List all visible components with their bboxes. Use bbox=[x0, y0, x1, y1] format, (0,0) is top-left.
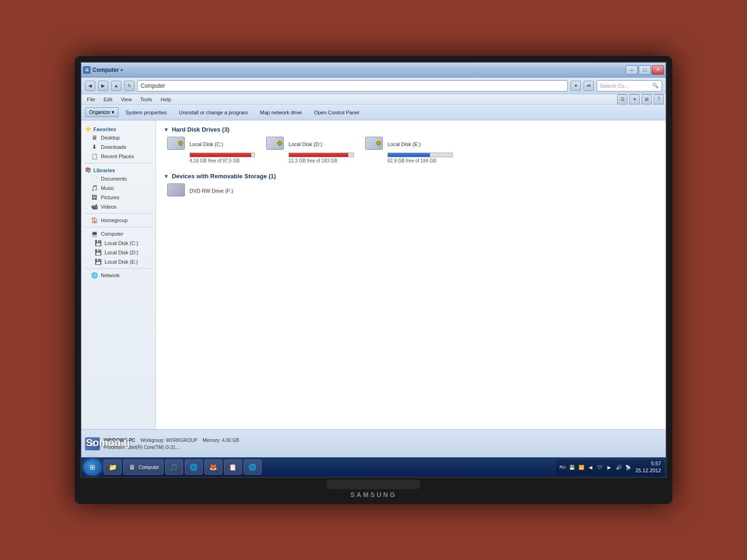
drive-c-item[interactable]: Local Disk (C:) 4,18 GB free of 97,5 GB bbox=[167, 137, 255, 163]
desktop-label: Desktop bbox=[101, 135, 120, 140]
favorites-star-icon: ⭐ bbox=[85, 126, 92, 132]
address-text: Computer bbox=[141, 83, 165, 89]
menu-file[interactable]: File bbox=[83, 96, 99, 103]
drive-e-bar bbox=[388, 153, 430, 157]
sidebar-item-music[interactable]: 🎵 Music bbox=[81, 183, 155, 193]
sidebar-divider-2 bbox=[85, 213, 152, 214]
drive-e-item[interactable]: Local Disk (E:) 62,9 GB free of 184 GB bbox=[365, 137, 453, 163]
drive-d-name: Local Disk (D:) bbox=[289, 141, 322, 147]
clock-time: 5:57 bbox=[635, 460, 661, 467]
sidebar-item-documents[interactable]: 📄 Documents bbox=[81, 174, 155, 183]
tray-arrow-left-icon: ◀ bbox=[587, 463, 594, 471]
menu-help[interactable]: Help bbox=[157, 96, 175, 103]
uninstall-button[interactable]: Uninstall or change a program bbox=[174, 108, 253, 117]
dvd-drive-item[interactable]: DVD RW Drive (F:) bbox=[167, 183, 237, 198]
taskbar-explorer-button[interactable]: 📁 bbox=[104, 460, 121, 475]
system-properties-button[interactable]: System properties bbox=[120, 108, 172, 117]
content-panel: ▼ Hard Disk Drives (3) Local Disk (C:) bbox=[156, 120, 666, 429]
window-title: Computer bbox=[92, 67, 119, 73]
sidebar-item-pictures[interactable]: 🖼 Pictures bbox=[81, 193, 155, 202]
documents-label: Documents bbox=[101, 176, 127, 182]
search-box[interactable]: Search Co... 🔍 bbox=[597, 80, 662, 91]
drive-d-item[interactable]: Local Disk (D:) 12,3 GB free of 183 GB bbox=[266, 137, 354, 163]
hard-disk-arrow[interactable]: ▼ bbox=[163, 126, 169, 133]
drive-c-info: 4,18 GB free of 97,5 GB bbox=[190, 158, 240, 163]
map-drive-button[interactable]: Map network drive bbox=[255, 108, 307, 117]
sidebar-item-network[interactable]: 🌐 Network bbox=[81, 271, 155, 280]
disk-e-icon: 💾 bbox=[94, 258, 102, 266]
open-control-panel-button[interactable]: Open Control Panel bbox=[309, 108, 365, 117]
maximize-button[interactable]: □ bbox=[639, 65, 651, 75]
start-button[interactable]: ⊞ bbox=[83, 459, 102, 476]
drive-d-bar-container bbox=[289, 153, 354, 157]
tray-shield-icon: 🛡 bbox=[596, 463, 604, 471]
sidebar-divider-4 bbox=[85, 268, 152, 269]
libraries-header[interactable]: 📚 Libraries bbox=[81, 165, 155, 174]
clock-date: 25.12.2012 bbox=[635, 467, 661, 474]
taskbar-firefox-btn[interactable]: 🦊 bbox=[204, 460, 222, 475]
drive-d-info: 12,3 GB free of 183 GB bbox=[289, 158, 338, 163]
back-button[interactable]: ◀ bbox=[85, 81, 95, 91]
hard-disk-section-header: ▼ Hard Disk Drives (3) bbox=[163, 126, 658, 133]
sidebar-item-computer[interactable]: 💻 Computer bbox=[81, 229, 155, 238]
sidebar-item-local-e[interactable]: 💾 Local Disk (E:) bbox=[81, 257, 155, 266]
view-options-icon[interactable]: ▾ bbox=[629, 94, 640, 105]
favorites-header[interactable]: ⭐ Favorites bbox=[81, 124, 155, 133]
search-icon[interactable]: 🔍 bbox=[652, 83, 659, 89]
drive-e-name: Local Disk (E:) bbox=[388, 141, 421, 147]
taskbar-folder-icon: 📁 bbox=[108, 462, 117, 472]
sidebar-item-recent[interactable]: 📋 Recent Places bbox=[81, 152, 155, 161]
sidebar-item-local-d[interactable]: 💾 Local Disk (D:) bbox=[81, 248, 155, 257]
sidebar-item-videos[interactable]: 📹 Videos bbox=[81, 202, 155, 211]
removable-title: Devices with Removable Storage (1) bbox=[172, 173, 276, 180]
panels-icon[interactable]: ⊞ bbox=[641, 94, 652, 105]
sidebar-item-desktop[interactable]: 🖥 Desktop bbox=[81, 133, 155, 142]
nav-extra[interactable]: ⇄ bbox=[584, 81, 594, 91]
minimize-button[interactable]: ─ bbox=[626, 65, 638, 75]
sidebar-item-downloads[interactable]: ⬇ Downloads bbox=[81, 142, 155, 152]
view-toggle-icon[interactable]: ☰ bbox=[617, 94, 627, 105]
taskbar-ie-btn[interactable]: 🌐 bbox=[244, 460, 261, 475]
tray-volume-icon[interactable]: 🔊 bbox=[615, 463, 622, 471]
taskbar-firefox-icon: 🦊 bbox=[209, 462, 218, 472]
help-icon[interactable]: ? bbox=[654, 94, 664, 105]
system-tray: RU 💾 📶 ◀ 🛡 ▶ 🔊 📡 5:57 25.12.2012 bbox=[556, 460, 664, 475]
drive-c-name: Local Disk (C:) bbox=[190, 141, 223, 147]
refresh-button[interactable]: ↻ bbox=[124, 81, 134, 91]
window-path-sep: ▸ bbox=[121, 67, 124, 73]
taskbar-nox-btn[interactable]: 📋 bbox=[224, 460, 242, 475]
menu-view[interactable]: View bbox=[117, 96, 136, 103]
favorites-section: ⭐ Favorites 🖥 Desktop ⬇ Downloads 📋 Rece… bbox=[81, 124, 155, 161]
up-button[interactable]: ▲ bbox=[111, 81, 121, 91]
homegroup-icon: 🏠 bbox=[91, 217, 98, 224]
drives-grid: Local Disk (C:) 4,18 GB free of 97,5 GB bbox=[163, 137, 658, 163]
sidebar-item-homegroup[interactable]: 🏠 Homegroup bbox=[81, 216, 155, 225]
monitor-brand: SAMSUNG bbox=[350, 491, 397, 498]
forward-button[interactable]: ▶ bbox=[98, 81, 108, 91]
tray-language: RU bbox=[559, 463, 566, 471]
taskbar-browser1-btn[interactable]: 🌐 bbox=[185, 460, 203, 475]
menu-tools[interactable]: Tools bbox=[136, 96, 156, 103]
downloads-label: Downloads bbox=[101, 144, 126, 150]
address-dropdown[interactable]: ▾ bbox=[571, 81, 581, 91]
documents-icon: 📄 bbox=[91, 175, 98, 182]
taskbar-nox-icon: 📋 bbox=[228, 462, 238, 472]
disk-c-icon: 💾 bbox=[94, 239, 102, 247]
removable-section-header: ▼ Devices with Removable Storage (1) bbox=[163, 173, 658, 180]
removable-drives-grid: DVD RW Drive (F:) bbox=[163, 183, 658, 198]
tray-network-icon[interactable]: 📡 bbox=[624, 463, 632, 471]
monitor-base bbox=[327, 480, 420, 489]
pictures-icon: 🖼 bbox=[91, 194, 98, 201]
close-button[interactable]: ✕ bbox=[652, 65, 664, 75]
sidebar-divider-1 bbox=[85, 163, 152, 163]
sidebar-item-local-c[interactable]: 💾 Local Disk (C:) bbox=[81, 238, 155, 248]
taskbar-computer-window[interactable]: 🖥 Computer bbox=[123, 460, 163, 475]
taskbar-media-btn[interactable]: 🎵 bbox=[165, 460, 183, 475]
tray-bluetooth-icon: 📶 bbox=[578, 463, 585, 471]
menu-edit[interactable]: Edit bbox=[100, 96, 116, 103]
videos-label: Videos bbox=[101, 204, 116, 210]
taskbar-window-label: Computer bbox=[139, 465, 159, 470]
organize-button[interactable]: Organize ▾ bbox=[85, 107, 119, 117]
removable-arrow[interactable]: ▼ bbox=[163, 173, 169, 180]
address-box[interactable]: Computer bbox=[137, 80, 568, 91]
